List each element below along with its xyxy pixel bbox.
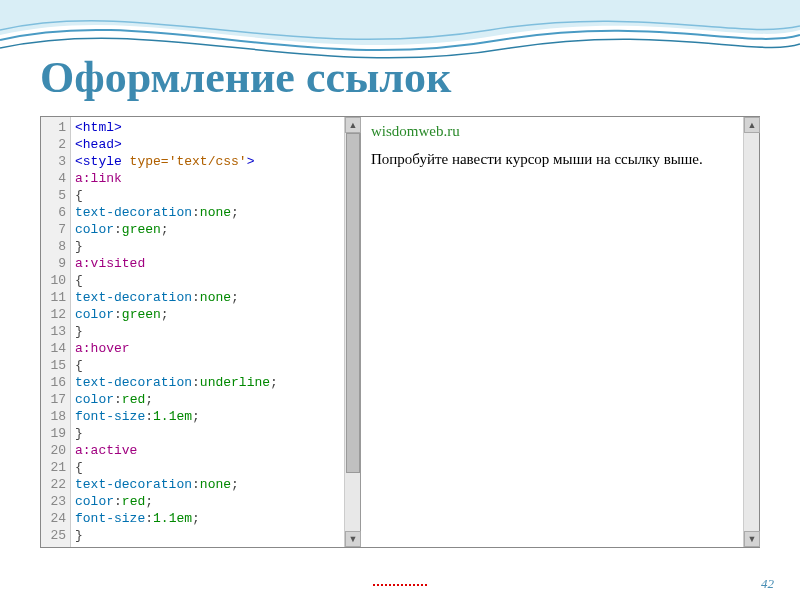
scroll-down-button[interactable]: ▼ <box>744 531 760 547</box>
vertical-scrollbar[interactable]: ▲ ▼ <box>344 117 360 547</box>
content-panel: 1234567891011121314151617181920212223242… <box>40 116 760 548</box>
page-number: 42 <box>761 576 774 592</box>
scroll-up-button[interactable]: ▲ <box>744 117 760 133</box>
preview-pane: wisdomweb.ru Попробуйте навести курсор м… <box>361 117 759 547</box>
spellcheck-squiggle <box>373 584 427 586</box>
preview-body-text: Попробуйте навести курсор мыши на ссылку… <box>371 150 749 170</box>
preview-demo-link[interactable]: wisdomweb.ru <box>371 123 460 140</box>
code-content: <html><head><style type='text/css'>a:lin… <box>71 117 360 547</box>
scroll-up-button[interactable]: ▲ <box>345 117 361 133</box>
scroll-thumb[interactable] <box>346 133 360 473</box>
scroll-down-button[interactable]: ▼ <box>345 531 361 547</box>
slide-title: Оформление ссылок <box>40 52 451 103</box>
line-number-gutter: 1234567891011121314151617181920212223242… <box>41 117 71 547</box>
code-editor-pane: 1234567891011121314151617181920212223242… <box>41 117 361 547</box>
preview-vertical-scrollbar[interactable]: ▲ ▼ <box>743 117 759 547</box>
